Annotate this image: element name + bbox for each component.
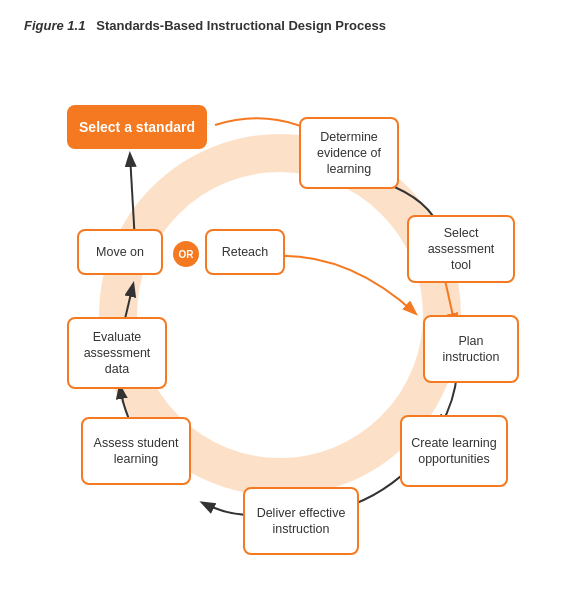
move-on-box: Move on xyxy=(77,229,163,275)
reteach-box: Reteach xyxy=(205,229,285,275)
or-badge: OR xyxy=(173,241,199,267)
plan-instruction-box: Plan instruction xyxy=(423,315,519,383)
determine-evidence-box: Determine evidence of learning xyxy=(299,117,399,189)
select-assessment-box: Select assessment tool xyxy=(407,215,515,283)
create-learning-box: Create learning opportunities xyxy=(400,415,508,487)
figure-number: Figure 1.1 xyxy=(24,18,85,33)
select-standard-box: Select a standard xyxy=(67,105,207,149)
page-container: Figure 1.1 Standards-Based Instructional… xyxy=(0,0,570,602)
diagram-area: Select a standard Determine evidence of … xyxy=(25,45,545,565)
deliver-instruction-box: Deliver effective instruction xyxy=(243,487,359,555)
figure-description: Standards-Based Instructional Design Pro… xyxy=(96,18,386,33)
figure-title: Figure 1.1 Standards-Based Instructional… xyxy=(24,18,546,33)
assess-student-box: Assess student learning xyxy=(81,417,191,485)
evaluate-data-box: Evaluate assessment data xyxy=(67,317,167,389)
